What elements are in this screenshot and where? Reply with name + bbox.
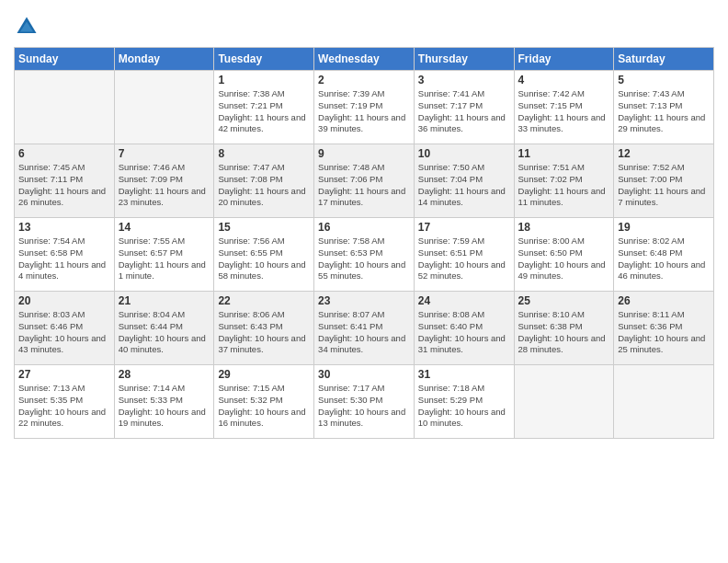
calendar-cell: 22Sunrise: 8:06 AM Sunset: 6:43 PM Dayli… [214, 292, 314, 365]
day-info: Sunrise: 7:18 AM Sunset: 5:29 PM Dayligh… [418, 383, 510, 430]
day-number: 27 [18, 368, 110, 381]
day-info: Sunrise: 7:50 AM Sunset: 7:04 PM Dayligh… [418, 162, 510, 209]
day-info: Sunrise: 7:51 AM Sunset: 7:02 PM Dayligh… [518, 162, 610, 209]
day-info: Sunrise: 7:46 AM Sunset: 7:09 PM Dayligh… [119, 162, 210, 209]
calendar-cell [15, 71, 115, 144]
day-number: 31 [418, 368, 510, 381]
calendar-cell: 2Sunrise: 7:39 AM Sunset: 7:19 PM Daylig… [314, 71, 415, 144]
calendar-cell: 1Sunrise: 7:38 AM Sunset: 7:21 PM Daylig… [214, 71, 314, 144]
day-number: 16 [318, 221, 410, 234]
day-info: Sunrise: 7:17 AM Sunset: 5:30 PM Dayligh… [318, 383, 410, 430]
calendar-week-5: 27Sunrise: 7:13 AM Sunset: 5:35 PM Dayli… [15, 365, 714, 439]
calendar-cell: 21Sunrise: 8:04 AM Sunset: 6:44 PM Dayli… [114, 292, 214, 365]
calendar-weekday-thursday: Thursday [414, 48, 514, 71]
day-info: Sunrise: 7:41 AM Sunset: 7:17 PM Dayligh… [418, 88, 510, 135]
calendar-weekday-friday: Friday [514, 48, 614, 71]
day-info: Sunrise: 8:02 AM Sunset: 6:48 PM Dayligh… [618, 236, 710, 282]
day-info: Sunrise: 7:58 AM Sunset: 6:53 PM Dayligh… [318, 236, 410, 282]
day-info: Sunrise: 7:45 AM Sunset: 7:11 PM Dayligh… [18, 162, 110, 209]
day-number: 12 [618, 147, 710, 160]
day-info: Sunrise: 7:55 AM Sunset: 6:57 PM Dayligh… [119, 236, 210, 282]
calendar-cell: 28Sunrise: 7:14 AM Sunset: 5:33 PM Dayli… [114, 365, 214, 439]
page: SundayMondayTuesdayWednesdayThursdayFrid… [0, 0, 728, 563]
day-info: Sunrise: 7:14 AM Sunset: 5:33 PM Dayligh… [119, 383, 210, 430]
calendar-cell: 10Sunrise: 7:50 AM Sunset: 7:04 PM Dayli… [414, 144, 514, 218]
calendar-cell: 13Sunrise: 7:54 AM Sunset: 6:58 PM Dayli… [15, 218, 115, 292]
calendar-cell [614, 365, 714, 439]
day-number: 18 [518, 221, 610, 234]
calendar-weekday-tuesday: Tuesday [214, 48, 314, 71]
day-number: 10 [418, 147, 510, 160]
day-info: Sunrise: 7:38 AM Sunset: 7:21 PM Dayligh… [218, 88, 310, 135]
day-number: 26 [618, 294, 710, 307]
calendar-cell: 26Sunrise: 8:11 AM Sunset: 6:36 PM Dayli… [614, 292, 714, 365]
day-info: Sunrise: 8:08 AM Sunset: 6:40 PM Dayligh… [418, 309, 510, 356]
calendar-cell: 18Sunrise: 8:00 AM Sunset: 6:50 PM Dayli… [514, 218, 614, 292]
calendar-table: SundayMondayTuesdayWednesdayThursdayFrid… [14, 47, 714, 439]
day-number: 6 [18, 147, 110, 160]
day-number: 13 [18, 221, 110, 234]
calendar-cell: 6Sunrise: 7:45 AM Sunset: 7:11 PM Daylig… [15, 144, 115, 218]
day-number: 4 [518, 74, 610, 86]
day-info: Sunrise: 8:07 AM Sunset: 6:41 PM Dayligh… [318, 309, 410, 356]
day-number: 14 [119, 221, 210, 234]
calendar-cell: 4Sunrise: 7:42 AM Sunset: 7:15 PM Daylig… [514, 71, 614, 144]
day-number: 2 [318, 74, 410, 86]
calendar-week-3: 13Sunrise: 7:54 AM Sunset: 6:58 PM Dayli… [15, 218, 714, 292]
day-info: Sunrise: 7:39 AM Sunset: 7:19 PM Dayligh… [318, 88, 410, 135]
day-number: 9 [318, 147, 410, 160]
calendar-weekday-saturday: Saturday [614, 48, 714, 71]
day-info: Sunrise: 7:42 AM Sunset: 7:15 PM Dayligh… [518, 88, 610, 135]
day-info: Sunrise: 7:56 AM Sunset: 6:55 PM Dayligh… [218, 236, 310, 282]
calendar-cell: 27Sunrise: 7:13 AM Sunset: 5:35 PM Dayli… [15, 365, 115, 439]
day-info: Sunrise: 7:48 AM Sunset: 7:06 PM Dayligh… [318, 162, 410, 209]
calendar-header-row: SundayMondayTuesdayWednesdayThursdayFrid… [15, 48, 714, 71]
day-number: 29 [218, 368, 310, 381]
day-number: 7 [119, 147, 210, 160]
day-info: Sunrise: 8:10 AM Sunset: 6:38 PM Dayligh… [518, 309, 610, 356]
day-info: Sunrise: 8:00 AM Sunset: 6:50 PM Dayligh… [518, 236, 610, 282]
day-info: Sunrise: 8:04 AM Sunset: 6:44 PM Dayligh… [119, 309, 210, 356]
calendar-cell [514, 365, 614, 439]
calendar-cell: 12Sunrise: 7:52 AM Sunset: 7:00 PM Dayli… [614, 144, 714, 218]
day-info: Sunrise: 7:59 AM Sunset: 6:51 PM Dayligh… [418, 236, 510, 282]
day-number: 3 [418, 74, 510, 86]
calendar-cell: 5Sunrise: 7:43 AM Sunset: 7:13 PM Daylig… [614, 71, 714, 144]
header [14, 9, 714, 40]
calendar-cell: 14Sunrise: 7:55 AM Sunset: 6:57 PM Dayli… [114, 218, 214, 292]
calendar-week-1: 1Sunrise: 7:38 AM Sunset: 7:21 PM Daylig… [15, 71, 714, 144]
day-number: 23 [318, 294, 410, 307]
day-info: Sunrise: 7:13 AM Sunset: 5:35 PM Dayligh… [18, 383, 110, 430]
day-info: Sunrise: 8:06 AM Sunset: 6:43 PM Dayligh… [218, 309, 310, 356]
calendar-cell: 23Sunrise: 8:07 AM Sunset: 6:41 PM Dayli… [314, 292, 415, 365]
calendar-weekday-monday: Monday [114, 48, 214, 71]
calendar-cell: 29Sunrise: 7:15 AM Sunset: 5:32 PM Dayli… [214, 365, 314, 439]
logo-icon [14, 14, 40, 40]
calendar-cell: 20Sunrise: 8:03 AM Sunset: 6:46 PM Dayli… [15, 292, 115, 365]
logo [14, 14, 43, 40]
calendar-cell: 30Sunrise: 7:17 AM Sunset: 5:30 PM Dayli… [314, 365, 415, 439]
calendar-cell: 16Sunrise: 7:58 AM Sunset: 6:53 PM Dayli… [314, 218, 415, 292]
calendar-week-2: 6Sunrise: 7:45 AM Sunset: 7:11 PM Daylig… [15, 144, 714, 218]
day-number: 11 [518, 147, 610, 160]
day-number: 21 [119, 294, 210, 307]
day-number: 17 [418, 221, 510, 234]
calendar-week-4: 20Sunrise: 8:03 AM Sunset: 6:46 PM Dayli… [15, 292, 714, 365]
day-number: 28 [119, 368, 210, 381]
calendar-cell: 9Sunrise: 7:48 AM Sunset: 7:06 PM Daylig… [314, 144, 415, 218]
day-number: 1 [218, 74, 310, 86]
day-number: 5 [618, 74, 710, 86]
day-number: 25 [518, 294, 610, 307]
calendar-weekday-wednesday: Wednesday [314, 48, 415, 71]
day-number: 8 [218, 147, 310, 160]
day-number: 15 [218, 221, 310, 234]
calendar-cell: 25Sunrise: 8:10 AM Sunset: 6:38 PM Dayli… [514, 292, 614, 365]
calendar-cell: 7Sunrise: 7:46 AM Sunset: 7:09 PM Daylig… [114, 144, 214, 218]
day-number: 20 [18, 294, 110, 307]
day-number: 19 [618, 221, 710, 234]
day-number: 30 [318, 368, 410, 381]
calendar-cell: 19Sunrise: 8:02 AM Sunset: 6:48 PM Dayli… [614, 218, 714, 292]
calendar-cell: 15Sunrise: 7:56 AM Sunset: 6:55 PM Dayli… [214, 218, 314, 292]
day-info: Sunrise: 7:43 AM Sunset: 7:13 PM Dayligh… [618, 88, 710, 135]
calendar-cell: 31Sunrise: 7:18 AM Sunset: 5:29 PM Dayli… [414, 365, 514, 439]
